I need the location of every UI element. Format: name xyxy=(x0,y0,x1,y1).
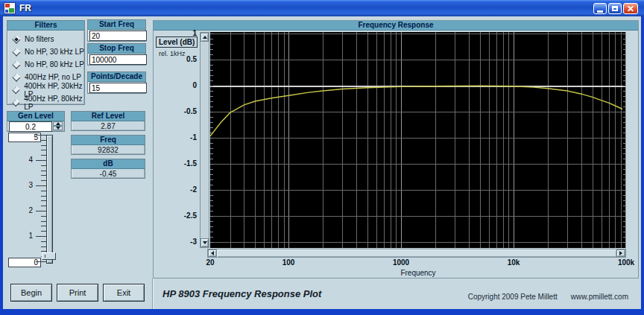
gen-level-input[interactable] xyxy=(9,121,52,132)
slider-tick xyxy=(36,236,46,237)
scroll-right-button[interactable] xyxy=(616,249,625,257)
exit-button[interactable]: Exit xyxy=(103,284,145,302)
y-tick-label: -0.5 xyxy=(171,107,197,116)
slider-tick xyxy=(41,155,46,156)
plot-area xyxy=(210,32,626,248)
stop-freq-input[interactable] xyxy=(89,54,147,65)
left-arrow-icon xyxy=(211,251,214,255)
slider-tick xyxy=(41,171,46,171)
radio-icon xyxy=(12,60,20,69)
start-freq-input[interactable] xyxy=(89,31,147,41)
app-subtitle: HP 8903 Frequency Response Plot xyxy=(162,288,321,299)
slider-tick xyxy=(41,175,46,176)
gen-level-spinner xyxy=(53,121,63,130)
db-readout-value: -0.45 xyxy=(72,169,145,179)
slider-tick-label: 1 xyxy=(22,232,33,241)
x-tick-label: 20 xyxy=(206,258,214,267)
db-readout-label: dB xyxy=(72,159,145,169)
title-bar[interactable]: FR ✕ xyxy=(0,0,644,16)
y-tick-label: -1.5 xyxy=(171,159,197,168)
slider-tick xyxy=(41,140,46,141)
slider-tick xyxy=(41,150,46,150)
y-tick-label: -1 xyxy=(171,133,197,142)
close-button[interactable]: ✕ xyxy=(623,3,638,14)
app-icon xyxy=(4,2,16,14)
slider-tick xyxy=(41,241,46,242)
freq-readout-value: 92832 xyxy=(72,145,145,155)
y-tick-label: 1 xyxy=(171,29,197,38)
filters-header: Filters xyxy=(7,21,84,31)
minimize-button[interactable] xyxy=(593,3,607,14)
maximize-button[interactable] xyxy=(608,3,622,14)
y-tick-label: -2 xyxy=(171,185,197,194)
filter-option-400hp-80k[interactable]: 400Hz HP, 80kHz LP xyxy=(7,96,84,109)
ref-level-label: Ref Level xyxy=(72,112,145,121)
slider-tick xyxy=(41,231,46,232)
copyright-owner: Copyright 2009 Pete Millett xyxy=(468,293,558,301)
ref-level-value: 2.87 xyxy=(72,121,145,131)
slider-track[interactable] xyxy=(46,135,53,264)
horizontal-scrollbar[interactable] xyxy=(207,249,626,258)
gen-level-label: Gen Level xyxy=(7,112,64,121)
slider-scale: 4321 xyxy=(28,131,46,267)
window-title: FR xyxy=(19,3,31,13)
x-tick-label: 1000 xyxy=(393,258,409,267)
db-readout-panel: dB -0.45 xyxy=(71,159,145,179)
up-arrow-icon xyxy=(203,36,207,39)
ref-level-panel: Ref Level 2.87 xyxy=(71,111,145,131)
slider-tick xyxy=(41,145,46,146)
slider-tick xyxy=(41,226,46,226)
radio-icon xyxy=(12,48,20,56)
scroll-down-button[interactable] xyxy=(201,238,209,247)
stop-freq-panel: Stop Freq xyxy=(87,43,146,66)
maximize-icon xyxy=(612,6,618,11)
x-tick-label: 10k xyxy=(508,258,520,267)
slider-tick xyxy=(41,180,46,181)
slider-tick xyxy=(41,216,46,217)
freq-readout-panel: Freq 92832 xyxy=(71,135,145,155)
print-button[interactable]: Print xyxy=(57,284,98,302)
y-tick-label: 0.5 xyxy=(171,55,197,64)
slider-thumb[interactable] xyxy=(42,252,56,260)
slider-tick-label: 4 xyxy=(22,156,33,165)
start-freq-label: Start Freq xyxy=(88,20,145,30)
frequency-response-curve xyxy=(210,32,626,248)
x-axis-label: Frequency xyxy=(210,269,626,277)
close-icon: ✕ xyxy=(627,4,634,13)
slider-tick xyxy=(36,160,46,161)
gen-level-panel: Gen Level xyxy=(7,111,65,132)
minimize-icon xyxy=(597,10,603,13)
filter-option-nohp-80k[interactable]: No HP, 80 kHz LP xyxy=(7,58,84,71)
begin-button[interactable]: Begin xyxy=(10,284,52,302)
scroll-up-button[interactable] xyxy=(201,33,209,42)
website-text: www.pmillett.com xyxy=(571,293,628,301)
slider-tick xyxy=(36,135,46,136)
points-per-decade-panel: Points/Decade xyxy=(87,71,146,94)
y-tick-label: 0 xyxy=(171,81,197,90)
y-tick-label: -2.5 xyxy=(171,211,197,220)
points-per-decade-input[interactable] xyxy=(89,83,147,93)
slider-tick xyxy=(36,261,46,262)
slider-tick xyxy=(36,185,46,186)
slider-tick-label: 2 xyxy=(22,206,33,215)
radio-icon xyxy=(12,98,20,106)
spinner-down-button[interactable] xyxy=(53,126,63,130)
slider-tick xyxy=(36,211,46,211)
radio-icon xyxy=(12,86,20,94)
copyright-text: Copyright 2009 Pete Millettwww.pmillett.… xyxy=(402,293,628,301)
x-tick-label: 100 xyxy=(282,258,295,267)
right-arrow-icon xyxy=(619,251,622,255)
y-tick-label: -3 xyxy=(171,238,197,246)
slider-tick-label: 3 xyxy=(22,181,33,190)
stop-freq-label: Stop Freq xyxy=(88,44,145,54)
vertical-scrollbar[interactable] xyxy=(200,32,209,248)
horizontal-scroll-thumb[interactable] xyxy=(217,249,616,257)
filter-option-no-filters[interactable]: No filters xyxy=(7,33,84,45)
down-arrow-icon xyxy=(56,127,60,130)
scroll-left-button[interactable] xyxy=(208,249,217,257)
filter-option-nohp-30k[interactable]: No HP, 30 kHz LP xyxy=(7,45,84,58)
y-axis-label: Level (dB) xyxy=(156,36,198,48)
app-window: FR ✕ Filters No filters No HP, 30 kHz LP… xyxy=(0,0,644,315)
chart-title: Frequency Response xyxy=(154,21,638,31)
freq-readout-label: Freq xyxy=(72,136,145,145)
